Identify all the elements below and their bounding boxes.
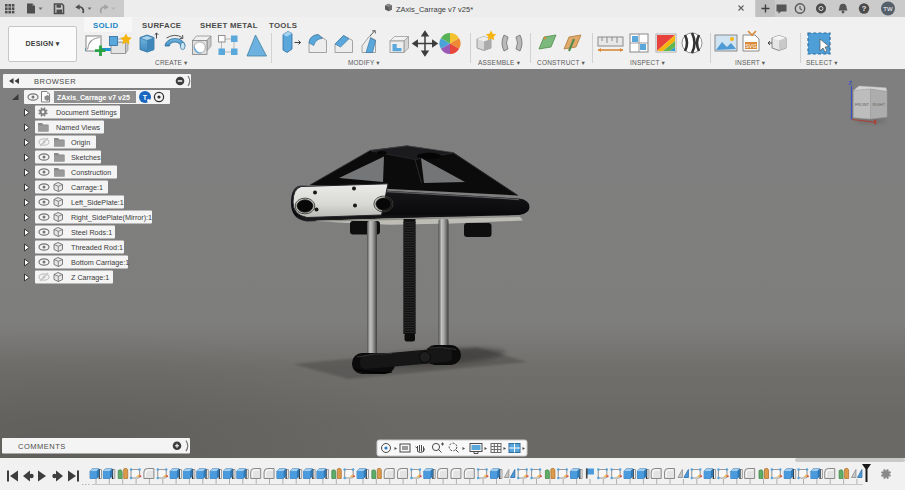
svg-text:ZAxis_Carrage v7 v25: ZAxis_Carrage v7 v25 — [57, 94, 130, 102]
svg-text:Sketches: Sketches — [71, 153, 101, 162]
svg-text:Left_SidePlate:1: Left_SidePlate:1 — [71, 198, 124, 207]
svg-text:FRONT: FRONT — [855, 102, 869, 107]
svg-text:Right_SidePlate(Mirror):1: Right_SidePlate(Mirror):1 — [71, 213, 152, 222]
svg-text:Document Settings: Document Settings — [56, 108, 117, 117]
svg-text:Threaded Rod:1: Threaded Rod:1 — [71, 243, 123, 252]
svg-text:Carrage:1: Carrage:1 — [71, 183, 103, 192]
svg-text:T: T — [143, 94, 148, 101]
svg-text:Z Carrage:1: Z Carrage:1 — [71, 273, 109, 282]
svg-text:Construction: Construction — [71, 168, 111, 177]
svg-text:Z: Z — [849, 80, 853, 86]
svg-text:Origin: Origin — [71, 138, 90, 147]
svg-text:Named Views: Named Views — [56, 123, 101, 132]
svg-text:Steel Rods:1: Steel Rods:1 — [71, 228, 112, 237]
svg-text:COMMENTS: COMMENTS — [18, 442, 66, 451]
svg-text:RIGHT: RIGHT — [872, 102, 885, 107]
svg-text:Bottom Carriage:1: Bottom Carriage:1 — [71, 258, 129, 267]
